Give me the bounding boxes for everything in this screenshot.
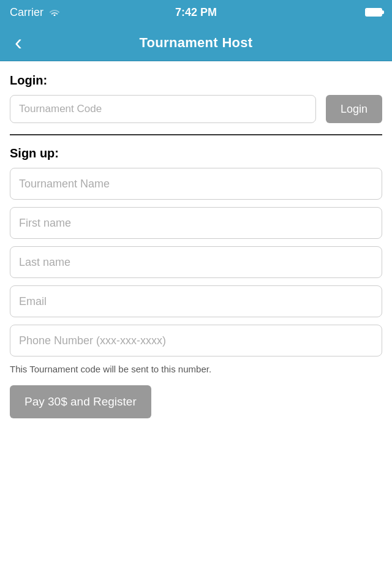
- tournament-code-input[interactable]: [10, 95, 316, 123]
- last-name-input[interactable]: [10, 246, 382, 278]
- status-bar: Carrier 7:42 PM: [0, 0, 392, 24]
- status-bar-right: [365, 8, 382, 17]
- back-button[interactable]: ‹: [10, 29, 27, 56]
- battery-icon: [365, 8, 382, 17]
- tournament-name-input[interactable]: [10, 168, 382, 200]
- phone-input[interactable]: [10, 325, 382, 356]
- section-divider: [10, 134, 382, 135]
- signup-section: Sign up: This Tournament code will be se…: [10, 146, 382, 418]
- login-label: Login:: [10, 74, 382, 88]
- carrier-label: Carrier: [10, 6, 43, 19]
- first-name-input[interactable]: [10, 207, 382, 239]
- phone-helper-text: This Tournament code will be sent to thi…: [10, 364, 382, 374]
- back-arrow-icon: ‹: [15, 32, 22, 54]
- status-bar-time: 7:42 PM: [175, 6, 217, 19]
- nav-title: Tournament Host: [140, 35, 253, 51]
- status-bar-left: Carrier: [10, 6, 61, 19]
- login-section: Login: Login: [10, 74, 382, 123]
- email-input[interactable]: [10, 285, 382, 317]
- register-button[interactable]: Pay 30$ and Register: [10, 385, 151, 418]
- wifi-icon: [48, 6, 61, 19]
- login-row: Login: [10, 95, 382, 123]
- login-button[interactable]: Login: [326, 95, 382, 123]
- main-content: Login: Login Sign up: This Tournament co…: [0, 61, 392, 431]
- signup-label: Sign up:: [10, 146, 382, 160]
- nav-bar: ‹ Tournament Host: [0, 24, 392, 61]
